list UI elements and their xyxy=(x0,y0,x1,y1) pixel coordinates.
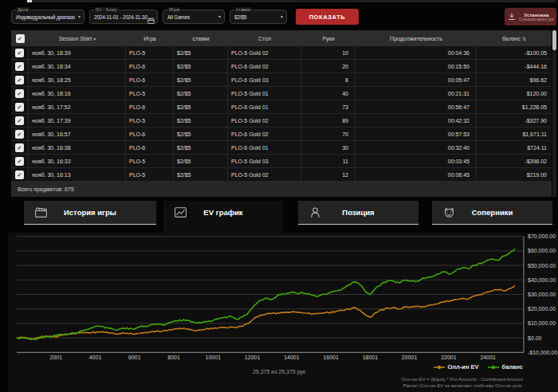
row-checkbox[interactable]: ✔ xyxy=(15,171,24,179)
table-row[interactable]: ✔нояб. 30, 18:39PLO-5$2/$5PLO-5 Gold 021… xyxy=(11,46,552,60)
show-button[interactable]: ПОКАЗАТЬ xyxy=(296,9,359,25)
select-all-checkbox[interactable]: ✔ xyxy=(16,34,25,43)
game-select[interactable]: Игра All Games ▾ xyxy=(163,10,225,24)
row-checkbox[interactable]: ✔ xyxy=(15,76,24,84)
date-range-input[interactable]: От - Кому 2024-11-01 - 2024-11-30 xyxy=(89,10,158,24)
legend-item-0[interactable]: Олл-ин EV xyxy=(434,363,479,370)
row-checkbox[interactable]: ✔ xyxy=(15,157,24,166)
check-icon: ✔ xyxy=(18,50,22,56)
table-row[interactable]: ✔нояб. 30, 18:25PLO-6$2/$5PLO-6 Gold 038… xyxy=(11,73,552,87)
table-scrollbar-thumb[interactable] xyxy=(552,30,556,50)
check-icon: ✔ xyxy=(18,145,22,151)
game-cell: PLO-6 xyxy=(126,100,174,113)
stakes-cell: $2/$5 xyxy=(174,73,228,86)
table-cell: PLO-6 Gold 01 xyxy=(228,100,301,113)
table-row[interactable]: ✔нояб. 30, 16:38PLO-6$2/$5PLO-6 Gold 013… xyxy=(11,141,552,155)
legend-marker xyxy=(488,364,500,370)
game-cell: PLO-5 xyxy=(126,114,174,127)
table-row[interactable]: ✔нояб. 30, 18:16PLO-5$2/$5PLO-5 Gold 014… xyxy=(11,87,552,100)
table-row[interactable]: ✔нояб. 30, 16:13PLO-5$2/$5PLO-5 Gold 021… xyxy=(11,168,552,182)
footnote-line-1: Олл-ин EV = (Equity * Pot Amount) - Cont… xyxy=(402,377,524,383)
column-header-stakes[interactable]: ставки xyxy=(174,36,228,41)
column-header-duration[interactable]: Продолжительность xyxy=(356,36,477,41)
balance-cell: -$444.16 xyxy=(477,60,552,73)
row-checkbox[interactable]: ✔ xyxy=(15,103,24,112)
stakes-value: $2/$5 xyxy=(234,10,277,23)
column-header-session-start[interactable]: Session Start ▾ xyxy=(29,36,126,41)
hands-cell: 40 xyxy=(301,87,356,100)
top-partial-row xyxy=(26,0,556,2)
tab-position[interactable]: Позиция xyxy=(298,201,418,225)
check-icon: ✔ xyxy=(18,36,22,41)
calendar-icon xyxy=(147,14,155,28)
check-icon: ✔ xyxy=(18,91,22,96)
table-cell: PLO-6 Gold 01 xyxy=(228,141,301,154)
hands-cell: 8 xyxy=(301,73,356,86)
date-range-value: 2024-11-01 - 2024-11-30 xyxy=(94,10,148,23)
total-items-label: Всего предметов: 675 xyxy=(18,186,74,192)
session-cell: нояб. 30, 18:34 xyxy=(29,60,126,73)
chart-footnote: Олл-ин EV = (Equity * Pot Amount) - Cont… xyxy=(402,377,524,389)
row-checkbox[interactable]: ✔ xyxy=(15,143,24,152)
tab-opponents[interactable]: Соперники xyxy=(432,201,552,225)
column-header-label: Продолжительность xyxy=(390,36,442,41)
column-header-balance[interactable]: баланс ⇅ xyxy=(477,36,552,41)
row-checkbox[interactable]: ✔ xyxy=(15,62,24,71)
check-icon: ✔ xyxy=(18,104,22,110)
row-checkbox-cell: ✔ xyxy=(11,168,29,181)
row-checkbox[interactable]: ✔ xyxy=(15,116,24,125)
table-row[interactable]: ✔нояб. 30, 17:52PLO-6$2/$5PLO-6 Gold 017… xyxy=(11,100,552,114)
x-tick-label: 4001 xyxy=(89,355,102,360)
duration-cell: 00:04:36 xyxy=(356,46,477,59)
table-scrollbar-track[interactable] xyxy=(552,30,556,197)
stakes-cell: $2/$5 xyxy=(174,141,228,154)
row-checkbox[interactable]: ✔ xyxy=(15,130,24,139)
column-header-game[interactable]: Игра xyxy=(126,36,174,41)
column-header-table[interactable]: Стол xyxy=(228,36,301,41)
duration-cell: 00:03:45 xyxy=(356,155,477,167)
tab-label: Соперники xyxy=(432,201,552,224)
tab-ev-graph[interactable]: EV график xyxy=(163,201,283,233)
row-checkbox-cell: ✔ xyxy=(11,100,29,113)
date-preset-select[interactable]: Дата Индивидуальный диапазон ▾ xyxy=(11,10,84,24)
tab-game-history[interactable]: История игры xyxy=(24,201,156,225)
balance-cell: $96.62 xyxy=(477,73,552,86)
column-header-hands[interactable]: Руки xyxy=(301,36,356,41)
table-row[interactable]: ✔нояб. 30, 18:34PLO-6$2/$5PLO-6 Gold 022… xyxy=(11,60,552,73)
stakes-cell: $2/$5 xyxy=(174,60,228,73)
row-checkbox-cell: ✔ xyxy=(11,46,29,59)
session-cell: нояб. 30, 17:39 xyxy=(29,114,126,127)
table-row[interactable]: ✔нояб. 30, 16:33PLO-5$2/$5PLO-5 Gold 031… xyxy=(11,155,552,168)
check-icon: ✔ xyxy=(18,118,22,123)
duration-cell: 00:42:32 xyxy=(356,114,477,127)
table-row[interactable]: ✔нояб. 30, 16:57PLO-6$2/$5PLO-6 Gold 027… xyxy=(11,127,552,141)
row-checkbox-cell: ✔ xyxy=(11,141,29,154)
check-icon: ✔ xyxy=(18,131,22,137)
stakes-select[interactable]: ставки $2/$5 ▾ xyxy=(230,10,287,24)
chevron-down-icon: ▾ xyxy=(78,14,81,19)
hands-cell: 89 xyxy=(301,114,356,127)
game-cell: PLO-6 xyxy=(126,127,174,140)
chevron-down-icon: ▾ xyxy=(218,14,221,19)
legend-item-1[interactable]: баланс xyxy=(488,363,523,370)
column-header-label: Руки xyxy=(322,36,334,41)
install-button[interactable]: Установка Слишком много рук xyxy=(505,8,556,25)
balance-cell: $219.00 xyxy=(477,168,552,181)
table-cell: PLO-5 Gold 02 xyxy=(228,114,301,127)
table-row[interactable]: ✔нояб. 30, 17:39PLO-5$2/$5PLO-5 Gold 028… xyxy=(11,114,552,127)
y-tick-label: $0.00 xyxy=(528,335,542,341)
table-cell: PLO-5 Gold 03 xyxy=(228,155,301,167)
check-icon: ✔ xyxy=(18,64,22,69)
row-checkbox[interactable]: ✔ xyxy=(15,89,24,98)
table-footer: Всего предметов: 675 xyxy=(11,182,552,197)
duration-cell: 00:21:31 xyxy=(356,87,477,100)
y-tick-label: $60,000.00 xyxy=(528,248,556,253)
hands-cell: 70 xyxy=(301,127,356,140)
x-tick-label: 12001 xyxy=(245,355,261,360)
row-checkbox[interactable]: ✔ xyxy=(15,49,24,57)
tab-label: Позиция xyxy=(298,201,418,224)
duration-cell: 00:57:53 xyxy=(356,127,477,140)
install-button-title: Установка xyxy=(524,12,548,18)
stakes-cell: $2/$5 xyxy=(174,127,228,140)
column-header-label: Игра xyxy=(143,36,155,41)
